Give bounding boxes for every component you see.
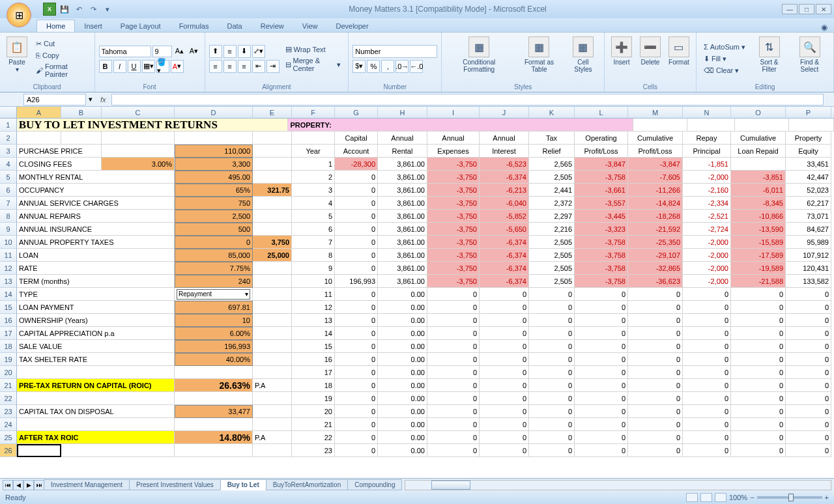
column-header-K[interactable]: K — [529, 107, 575, 118]
tab-insert[interactable]: Insert — [75, 20, 111, 32]
input-value[interactable]: 500 — [175, 223, 253, 236]
shrink-font-icon[interactable]: A▾ — [188, 45, 201, 58]
data-cell[interactable]: 0 — [480, 301, 529, 314]
name-box[interactable]: A26 — [23, 94, 86, 105]
data-cell[interactable]: 0.00 — [378, 418, 427, 431]
data-cell[interactable]: 0 — [786, 353, 831, 366]
data-cell[interactable]: 0 — [529, 314, 575, 327]
cell[interactable]: Account — [335, 145, 378, 158]
cell[interactable]: Rental — [378, 145, 427, 158]
cell[interactable]: Annual — [427, 132, 480, 145]
column-header-F[interactable]: F — [292, 107, 335, 118]
data-cell[interactable]: 0 — [628, 340, 683, 353]
data-cell[interactable]: 0 — [786, 418, 831, 431]
tab-page-layout[interactable]: Page Layout — [111, 20, 170, 32]
data-cell[interactable]: -21,592 — [628, 223, 683, 236]
cell[interactable] — [253, 301, 292, 314]
cell[interactable]: Interest — [480, 145, 529, 158]
data-cell[interactable]: 3,861.00 — [378, 236, 427, 249]
data-cell[interactable]: 0 — [628, 314, 683, 327]
data-cell[interactable]: 0 — [628, 288, 683, 301]
data-cell[interactable]: 0 — [575, 379, 628, 392]
zoom-out-icon[interactable]: − — [750, 494, 754, 501]
cell[interactable] — [253, 366, 292, 379]
data-cell[interactable]: 0 — [335, 314, 378, 327]
data-cell[interactable]: 95,989 — [786, 236, 831, 249]
qat-dropdown-icon[interactable]: ▾ — [102, 3, 113, 15]
row-header[interactable]: 2 — [0, 132, 17, 145]
close-button[interactable]: ✕ — [816, 4, 831, 14]
input-label[interactable]: CLOSING FEES — [17, 158, 102, 171]
cell[interactable]: Cumulative — [731, 132, 786, 145]
find-select-button[interactable]: 🔍Find & Select — [790, 35, 829, 82]
maximize-button[interactable]: □ — [799, 4, 814, 14]
clear-button[interactable]: ⌫ Clear ▾ — [700, 65, 749, 76]
cell[interactable] — [253, 418, 292, 431]
copy-button[interactable]: ⎘ Copy — [33, 50, 91, 61]
cell[interactable] — [292, 132, 335, 145]
cell[interactable]: Equity — [786, 145, 831, 158]
cell[interactable] — [175, 444, 253, 457]
data-cell[interactable]: 0 — [683, 340, 731, 353]
input-aux[interactable] — [253, 262, 292, 275]
input-label[interactable] — [17, 418, 175, 431]
data-cell[interactable]: 0 — [575, 366, 628, 379]
cell[interactable]: Operating — [575, 132, 628, 145]
cell[interactable]: Annual — [378, 132, 427, 145]
data-cell[interactable]: 3,861.00 — [378, 171, 427, 184]
data-cell[interactable]: 3 — [292, 184, 335, 197]
input-label[interactable]: TERM (months) — [17, 275, 175, 288]
cell[interactable] — [253, 444, 292, 457]
input-value[interactable]: 495.00 — [175, 171, 253, 184]
input-value[interactable]: 40.00% — [175, 353, 253, 366]
input-aux[interactable]: 3,750 — [253, 236, 292, 249]
data-cell[interactable]: 0 — [628, 353, 683, 366]
data-cell[interactable]: 0 — [786, 431, 831, 444]
sheet-nav-first-icon[interactable]: ⏮ — [3, 480, 13, 490]
data-cell[interactable]: 107,912 — [786, 249, 831, 262]
data-cell[interactable]: 0 — [480, 288, 529, 301]
row-header[interactable]: 17 — [0, 327, 17, 340]
data-cell[interactable]: 0 — [427, 288, 480, 301]
data-cell[interactable]: 0 — [529, 327, 575, 340]
border-button[interactable]: ▦▾ — [142, 60, 155, 73]
cell[interactable] — [253, 327, 292, 340]
wrap-text-button[interactable]: ▤ Wrap Text — [282, 44, 345, 55]
data-cell[interactable]: 0.00 — [378, 288, 427, 301]
input-label[interactable]: PRE-TAX RETURN ON CAPITAL (ROIC) — [17, 379, 175, 392]
data-cell[interactable]: 0 — [575, 314, 628, 327]
data-cell[interactable]: 62,217 — [786, 197, 831, 210]
data-cell[interactable]: 0 — [529, 405, 575, 418]
data-cell[interactable]: 3,861.00 — [378, 158, 427, 171]
cell-styles-button[interactable]: ▦Cell Styles — [566, 35, 600, 82]
data-cell[interactable]: -6,374 — [480, 236, 529, 249]
data-cell[interactable]: 17 — [292, 366, 335, 379]
column-header-I[interactable]: I — [427, 107, 480, 118]
sheet-nav-last-icon[interactable]: ⏭ — [34, 480, 44, 490]
data-cell[interactable]: 0 — [786, 392, 831, 405]
data-cell[interactable]: 0.00 — [378, 366, 427, 379]
data-cell[interactable]: 0 — [529, 288, 575, 301]
cell[interactable] — [687, 119, 735, 132]
row-header[interactable]: 4 — [0, 158, 17, 171]
cell[interactable] — [61, 132, 102, 145]
data-cell[interactable]: 0 — [529, 392, 575, 405]
data-cell[interactable]: 0 — [731, 431, 786, 444]
input-value[interactable]: 697.81 — [175, 301, 253, 314]
data-cell[interactable]: 0 — [575, 392, 628, 405]
column-header-A[interactable]: A — [17, 107, 61, 118]
data-cell[interactable]: -14,824 — [628, 197, 683, 210]
tab-home[interactable]: Home — [36, 20, 75, 32]
formula-input[interactable] — [111, 94, 824, 105]
data-cell[interactable]: -2,724 — [683, 223, 731, 236]
data-cell[interactable]: 0.00 — [378, 301, 427, 314]
data-cell[interactable]: 0 — [480, 366, 529, 379]
input-label[interactable]: MONTHLY RENTAL — [17, 171, 175, 184]
data-cell[interactable]: 0 — [628, 444, 683, 457]
data-cell[interactable]: -3,750 — [427, 210, 480, 223]
sheet-nav-prev-icon[interactable]: ◀ — [13, 480, 23, 490]
font-size-select[interactable] — [152, 46, 172, 57]
data-cell[interactable]: 0.00 — [378, 379, 427, 392]
data-cell[interactable]: 0 — [786, 314, 831, 327]
data-cell[interactable]: 0 — [683, 431, 731, 444]
